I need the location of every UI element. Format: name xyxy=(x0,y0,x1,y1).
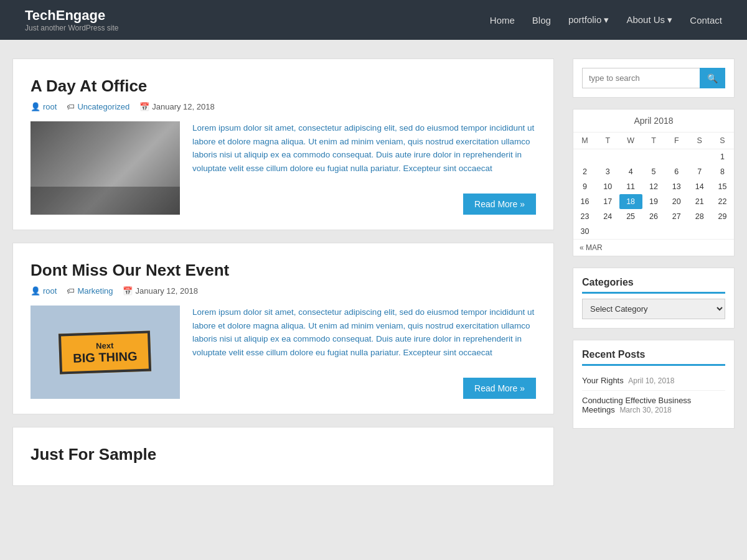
post-meta-1: 👤 root 🏷 Uncategorized 📅 January 12, 201… xyxy=(31,102,536,111)
calendar-table: M T W T F S S 12345678910111213141516171… xyxy=(573,133,734,239)
cal-cell xyxy=(665,224,688,239)
recent-post-link-1[interactable]: Your Rights xyxy=(582,376,624,385)
cal-cell xyxy=(596,149,619,165)
cal-cell[interactable]: 22 xyxy=(711,194,734,209)
cal-cell[interactable]: 12 xyxy=(642,179,665,194)
cal-cell[interactable]: 19 xyxy=(642,194,665,209)
cal-cell[interactable]: 4 xyxy=(619,164,642,179)
author-link-2[interactable]: root xyxy=(43,286,57,296)
cal-cell[interactable]: 9 xyxy=(573,179,596,194)
post-excerpt-2: Lorem ipsum dolor sit amet, consectetur … xyxy=(192,306,536,370)
cal-day-f: F xyxy=(665,133,688,149)
meta-author-icon-2: 👤 root xyxy=(31,286,57,296)
cal-cell[interactable]: 25 xyxy=(619,209,642,224)
meta-author-icon: 👤 root xyxy=(31,102,57,111)
author-link-1[interactable]: root xyxy=(43,102,57,111)
meta-date-2: 📅 January 12, 2018 xyxy=(123,286,197,296)
cal-cell xyxy=(573,149,596,165)
nav-contact[interactable]: Contact xyxy=(690,15,722,26)
meta-date-1: 📅 January 12, 2018 xyxy=(139,102,214,111)
cal-day-s1: S xyxy=(688,133,711,149)
cal-day-s2: S xyxy=(711,133,734,149)
cal-cell[interactable]: 7 xyxy=(688,164,711,179)
brand-title: TechEngage xyxy=(25,7,119,24)
cal-cell[interactable]: 13 xyxy=(665,179,688,194)
cal-cell[interactable]: 17 xyxy=(596,194,619,209)
recent-posts-widget: Recent Posts Your Rights April 10, 2018 … xyxy=(573,340,735,429)
nav-about[interactable]: About Us ▾ xyxy=(626,14,672,26)
cal-cell[interactable]: 2 xyxy=(573,164,596,179)
cal-cell[interactable]: 11 xyxy=(619,179,642,194)
cal-cell[interactable]: 30 xyxy=(573,224,596,239)
cal-cell[interactable]: 1 xyxy=(711,149,734,165)
recent-post-date-1: April 10, 2018 xyxy=(628,376,674,385)
cal-cell[interactable]: 29 xyxy=(711,209,734,224)
cal-cell[interactable]: 5 xyxy=(642,164,665,179)
cal-cell[interactable]: 21 xyxy=(688,194,711,209)
recent-posts-title: Recent Posts xyxy=(582,349,725,366)
post-card-3: Just For Sample xyxy=(12,427,554,486)
cal-cell xyxy=(642,224,665,239)
calendar-widget: April 2018 M T W T F S S 123456789101112… xyxy=(573,109,735,256)
cal-cell[interactable]: 3 xyxy=(596,164,619,179)
search-input[interactable] xyxy=(582,68,700,88)
meta-cat-icon-2: 🏷 Marketing xyxy=(67,286,113,296)
recent-post-date-2: March 30, 2018 xyxy=(619,406,671,414)
search-button[interactable]: 🔍 xyxy=(700,68,725,88)
sign-big: BIG THING xyxy=(73,349,138,365)
post-image-2: Next BIG THING xyxy=(31,306,180,399)
calendar-prev[interactable]: « MAR xyxy=(573,239,734,256)
cat-link-1[interactable]: Uncategorized xyxy=(77,102,129,111)
cal-cell[interactable]: 16 xyxy=(573,194,596,209)
sign-board: Next BIG THING xyxy=(59,330,152,374)
site-header: TechEngage Just another WordPress site H… xyxy=(0,0,747,40)
post-body-2: Next BIG THING Lorem ipsum dolor sit ame… xyxy=(31,306,536,399)
cal-cell xyxy=(688,149,711,165)
cal-cell xyxy=(619,224,642,239)
brand-subtitle: Just another WordPress site xyxy=(25,24,119,32)
cal-cell xyxy=(619,149,642,165)
cal-cell xyxy=(642,149,665,165)
read-more-wrap-1: Read More » xyxy=(192,194,536,215)
cal-cell xyxy=(665,149,688,165)
cal-cell[interactable]: 18 xyxy=(619,194,642,209)
post-meta-2: 👤 root 🏷 Marketing 📅 January 12, 2018 xyxy=(31,286,536,296)
post-excerpt-1: Lorem ipsum dolor sit amet, consectetur … xyxy=(192,121,536,186)
cal-cell[interactable]: 14 xyxy=(688,179,711,194)
page-wrapper: A Day At Office 👤 root 🏷 Uncategorized 📅… xyxy=(0,40,747,505)
cal-cell[interactable]: 26 xyxy=(642,209,665,224)
post-body-1: Lorem ipsum dolor sit amet, consectetur … xyxy=(31,121,536,215)
nav-blog[interactable]: Blog xyxy=(532,15,551,26)
cal-cell xyxy=(688,224,711,239)
cal-cell[interactable]: 27 xyxy=(665,209,688,224)
nav-portfolio[interactable]: portfolio ▾ xyxy=(568,14,609,26)
categories-title: Categories xyxy=(582,277,725,294)
cal-cell[interactable]: 15 xyxy=(711,179,734,194)
read-more-wrap-2: Read More » xyxy=(192,378,536,399)
nav-home[interactable]: Home xyxy=(490,15,515,26)
cal-cell[interactable]: 8 xyxy=(711,164,734,179)
cal-cell[interactable]: 20 xyxy=(665,194,688,209)
cal-cell[interactable]: 28 xyxy=(688,209,711,224)
list-item: Conducting Effective Business Meetings M… xyxy=(582,391,725,419)
post-image-1 xyxy=(31,121,180,215)
cat-link-2[interactable]: Marketing xyxy=(77,286,113,296)
cal-cell xyxy=(596,224,619,239)
cal-cell[interactable]: 23 xyxy=(573,209,596,224)
cal-cell xyxy=(711,224,734,239)
post-title-3: Just For Sample xyxy=(31,445,536,464)
read-more-button-1[interactable]: Read More » xyxy=(463,194,536,215)
cal-cell[interactable]: 6 xyxy=(665,164,688,179)
read-more-button-2[interactable]: Read More » xyxy=(463,378,536,399)
calendar-title: April 2018 xyxy=(573,110,734,133)
cal-cell[interactable]: 24 xyxy=(596,209,619,224)
main-nav: Home Blog portfolio ▾ About Us ▾ Contact xyxy=(490,14,722,26)
meta-cat-icon: 🏷 Uncategorized xyxy=(67,102,129,111)
category-select[interactable]: Select Category Uncategorized Marketing xyxy=(582,299,725,319)
post-title-1: A Day At Office xyxy=(31,77,536,96)
cal-day-t2: T xyxy=(642,133,665,149)
post-card-1: A Day At Office 👤 root 🏷 Uncategorized 📅… xyxy=(12,58,554,230)
cal-cell[interactable]: 10 xyxy=(596,179,619,194)
cal-day-m: M xyxy=(573,133,596,149)
main-content: A Day At Office 👤 root 🏷 Uncategorized 📅… xyxy=(12,58,554,486)
